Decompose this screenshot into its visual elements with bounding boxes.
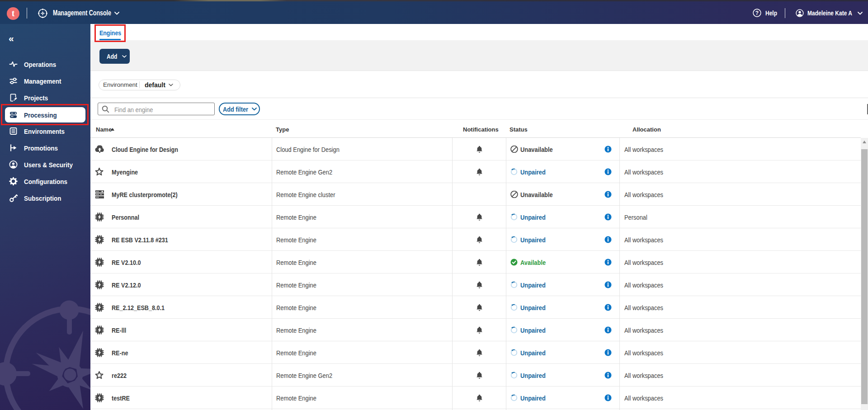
svg-text:?: ? <box>755 10 759 16</box>
